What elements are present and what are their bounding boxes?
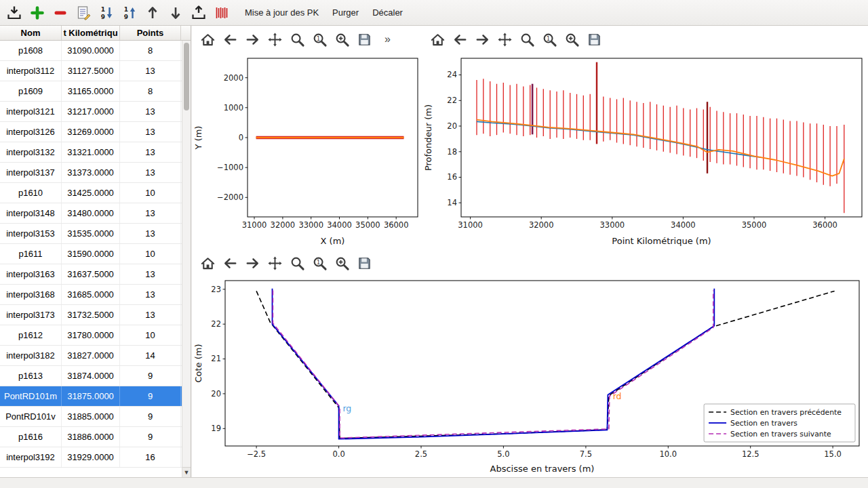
svg-text:Point Kilométrique (m): Point Kilométrique (m) [612,236,711,246]
row-pk: 31886.0000 [62,427,120,447]
section-home-button[interactable] [199,254,217,272]
sort-descending-icon: 19 [98,5,115,21]
import-button[interactable] [4,3,24,23]
table-row[interactable]: interpol318231827.000014 [0,346,182,366]
section-back-button[interactable] [221,254,239,272]
table-row[interactable]: p161631886.00009 [0,427,182,447]
row-pk: 31480.0000 [62,203,120,223]
plan-zoom-plus-button[interactable] [333,30,351,49]
zoom-plus-icon [334,32,350,47]
svg-text:33000: 33000 [298,220,323,230]
figure-profile-canvas[interactable]: 3100032000330003400035000360001416182022… [422,53,868,249]
edit-section-button[interactable] [73,3,94,23]
profile-forward-button[interactable] [473,30,492,49]
table-row[interactable]: interpol313731373.000013 [0,163,182,183]
section-pan-button[interactable] [266,254,284,272]
shift-button[interactable]: Décaler [366,4,409,21]
purge-button[interactable]: Purger [326,4,365,21]
profile-pan-button[interactable] [496,30,514,49]
scrollbar-down-button[interactable]: ▼ [182,467,191,477]
sections-button[interactable] [212,3,232,23]
row-points: 10 [120,325,181,345]
row-pk: 31165.0000 [62,81,120,101]
table-row[interactable]: p161031425.000010 [0,183,182,203]
row-name: interpol3173 [0,305,62,325]
column-header-points[interactable]: Points [120,26,181,40]
table-row[interactable]: interpol311231127.500013 [0,61,182,81]
table-row[interactable]: p161231780.000010 [0,325,182,346]
figure-plan-canvas[interactable]: 310003200033000340003500036000−2000−1000… [192,53,421,249]
table-row[interactable]: PontRD101m31875.00009 [0,386,182,407]
svg-text:22: 22 [211,319,221,329]
row-pk: 31827.0000 [62,346,120,365]
profile-zoom-rect-button[interactable] [518,30,536,49]
sort-ascending-button[interactable]: 19 [119,3,140,23]
plan-pan-button[interactable] [266,30,284,49]
table-row[interactable]: p160831090.00008 [0,41,182,61]
plan-home-button[interactable] [199,30,217,49]
remove-section-button[interactable] [50,3,71,23]
row-name: interpol3112 [0,61,62,81]
row-pk: 31732.5000 [62,305,120,325]
table-row[interactable]: interpol314831480.000013 [0,203,182,224]
table-scrollbar-thumb[interactable] [184,43,189,110]
table-row[interactable]: interpol319231929.000016 [0,447,182,468]
table-row[interactable]: p160931165.00008 [0,81,182,102]
toolbar-overflow-indicator[interactable]: » [384,33,391,45]
figure-section: −2.50.02.55.07.510.012.515.01920212223rg… [192,277,868,477]
profile-zoom-one-button[interactable]: 1 [540,30,559,49]
profile-zoom-plus-button[interactable] [563,30,581,49]
plan-zoom-one-button[interactable]: 1 [311,30,329,49]
update-pk-button[interactable]: Mise à jour des PK [239,4,325,21]
profile-save-button[interactable] [585,30,604,49]
section-toolbar-icons: 1 [199,254,374,272]
figure-section-canvas[interactable]: −2.50.02.55.07.510.012.515.01920212223rg… [192,277,868,477]
column-header-pk[interactable]: t Kilométriqu [62,26,120,40]
forward-icon [245,32,260,47]
table-row[interactable]: interpol316331637.500013 [0,264,182,285]
row-name: interpol3182 [0,346,62,365]
svg-text:−2000: −2000 [217,192,243,202]
table-scrollbar[interactable]: ▼ [182,41,191,477]
svg-text:0.0: 0.0 [332,449,344,459]
add-section-button[interactable] [27,3,47,23]
plan-zoom-rect-button[interactable] [288,30,307,49]
svg-text:20: 20 [211,389,221,399]
export-button[interactable] [189,3,209,23]
sort-descending-button[interactable]: 19 [96,3,117,23]
profile-back-button[interactable] [451,30,469,49]
section-zoom-one-button[interactable]: 1 [311,254,329,272]
row-points: 9 [120,407,181,426]
svg-text:22: 22 [447,96,457,105]
table-row[interactable]: interpol316831685.000013 [0,285,182,305]
table-row[interactable]: interpol317331732.500013 [0,305,182,325]
section-zoom-rect-button[interactable] [288,254,307,272]
column-header-nom[interactable]: Nom [0,26,62,40]
move-down-button[interactable] [165,3,186,23]
table-row[interactable]: interpol313231321.000013 [0,142,182,163]
table-row[interactable]: PontRD101v31885.00009 [0,407,182,427]
svg-text:34000: 34000 [327,220,352,230]
profile-home-button[interactable] [429,30,447,49]
table-row[interactable]: interpol315331535.000013 [0,224,182,244]
svg-text:21: 21 [211,354,221,363]
svg-text:20: 20 [447,121,457,131]
import-icon [6,5,22,21]
plan-back-button[interactable] [221,30,239,49]
plan-save-button[interactable] [355,30,374,49]
move-up-button[interactable] [142,3,163,23]
section-zoom-plus-button[interactable] [333,254,351,272]
plan-forward-button[interactable] [243,30,262,49]
section-forward-button[interactable] [243,254,262,272]
table-row[interactable]: interpol312131217.000013 [0,102,182,122]
profile-toolbar-icons: 1 [429,30,604,49]
table-row[interactable]: p161331874.00009 [0,366,182,386]
sections-table-body: p160831090.00008interpol311231127.500013… [0,41,182,477]
section-save-button[interactable] [355,254,374,272]
svg-text:1: 1 [547,35,550,41]
table-row[interactable]: p161131590.000010 [0,244,182,264]
row-pk: 31090.0000 [62,41,120,60]
table-row[interactable]: interpol312631269.000013 [0,122,182,142]
sort-ascending-icon: 19 [121,5,138,21]
svg-text:15.0: 15.0 [824,449,842,459]
